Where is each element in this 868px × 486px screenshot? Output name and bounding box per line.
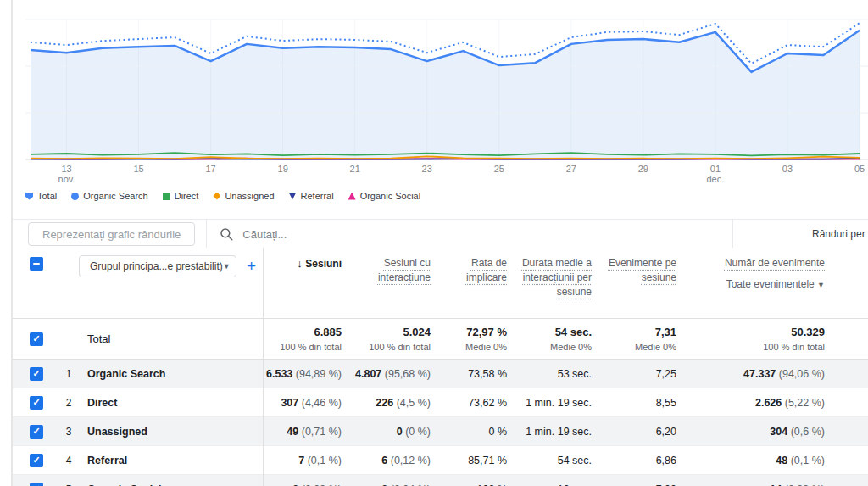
row-checkbox[interactable]: ✓ <box>30 367 43 381</box>
legend-square-icon <box>163 193 170 200</box>
traffic-chart-svg: 13nov.151719212325272901dec.0305 <box>0 0 868 185</box>
legend-item: Direct <box>163 191 199 201</box>
legend-triangle-down-icon <box>289 193 297 200</box>
metric-cell: 1 min. 19 sec. <box>509 397 593 409</box>
channel-name: Direct <box>87 397 263 409</box>
dimension-dropdown-label: Grupul principa...e prestabilit) <box>90 260 223 272</box>
channel-name: Organic Social <box>87 483 263 486</box>
dimension-dropdown[interactable]: Grupul principa...e prestabilit) ▼ <box>79 255 236 277</box>
metric-cell: 307 (4,46 %) <box>263 397 343 409</box>
channels-table: Grupul principa...e prestabilit) ▼ + ↓ S… <box>13 248 868 486</box>
svg-text:19: 19 <box>278 164 288 174</box>
metric-cell: 2 (0,03 %) <box>263 483 343 486</box>
add-dimension-button[interactable]: + <box>247 256 256 277</box>
svg-text:17: 17 <box>205 164 215 174</box>
column-divider <box>263 248 264 486</box>
total-cell: 6.885100 % din total <box>263 326 343 352</box>
column-header-label: Număr de evenimente <box>725 257 825 269</box>
column-header-4[interactable]: Evenimente pe sesiune <box>593 256 678 299</box>
legend-triangle-up-icon <box>348 193 356 200</box>
legend-item: Total <box>25 191 57 201</box>
row-number: 1 <box>50 368 87 380</box>
column-header-1[interactable]: Sesiuni cu interacțiune <box>343 256 432 299</box>
chart-legend: TotalOrganic SearchDirectUnassignedRefer… <box>25 189 420 203</box>
metric-cell: 7,00 <box>593 483 678 486</box>
metric-cell: 48 (0,1 %) <box>678 455 826 466</box>
legend-label: Total <box>37 191 57 201</box>
select-all-checkbox[interactable] <box>30 257 43 271</box>
metric-cell: 6 (0,12 %) <box>343 455 432 466</box>
row-number: 4 <box>50 455 87 466</box>
legend-item: Organic Social <box>348 191 421 201</box>
legend-pentagon-icon <box>25 193 33 200</box>
column-header-0[interactable]: ↓ Sesiuni <box>263 256 343 299</box>
table-header: Grupul principa...e prestabilit) ▼ + ↓ S… <box>13 248 868 319</box>
total-row-cells: 6.885100 % din total5.024100 % din total… <box>263 326 826 352</box>
total-label: Total <box>87 332 263 345</box>
svg-text:21: 21 <box>350 164 360 174</box>
metric-cell: 73,58 % <box>432 368 509 380</box>
column-header-5[interactable]: Număr de evenimenteToate evenimentele ▼ <box>678 256 826 299</box>
metric-cell: 8,55 <box>593 397 678 409</box>
metric-cell: 14 (0,03 %) <box>678 483 826 486</box>
svg-text:27: 27 <box>566 164 576 174</box>
metric-cell: 10 sec. <box>509 483 593 486</box>
column-header-label: Sesiuni cu interacțiune <box>378 257 431 283</box>
svg-text:25: 25 <box>494 164 504 174</box>
toolbar-divider <box>732 220 733 249</box>
column-header-label: Sesiuni <box>305 258 342 270</box>
metric-cell: 6,86 <box>593 455 678 466</box>
svg-text:05: 05 <box>854 164 865 174</box>
channel-name: Referral <box>87 455 263 466</box>
total-cell: 7,31Medie 0% <box>593 326 678 352</box>
total-cell: 5.024100 % din total <box>343 326 432 352</box>
total-cell: 72,97 %Medie 0% <box>432 326 509 352</box>
table-toolbar: Reprezentați grafic rândurile Căutați...… <box>13 219 868 249</box>
table-row: ✓3Unassigned49 (0,71 %)0 (0 %)0 %1 min. … <box>13 417 868 446</box>
metric-cell: 73,62 % <box>432 397 509 409</box>
metric-cell: 2 (0,04 %) <box>343 483 432 486</box>
svg-text:29: 29 <box>638 164 648 174</box>
search-input[interactable]: Căutați... <box>219 226 287 242</box>
legend-label: Referral <box>301 191 334 201</box>
total-row-checkbox[interactable]: ✓ <box>30 332 43 346</box>
row-checkbox[interactable]: ✓ <box>30 483 43 486</box>
table-row: ✓4Referral7 (0,1 %)6 (0,12 %)85,71 %54 s… <box>13 446 868 475</box>
svg-text:13: 13 <box>61 164 71 174</box>
metric-cell: 6.533 (94,89 %) <box>263 368 343 380</box>
column-header-3[interactable]: Durata medie a interacțiunii per sesiune <box>509 256 593 299</box>
metric-cell: 53 sec. <box>509 368 593 380</box>
column-header-label: Evenimente pe sesiune <box>609 257 676 283</box>
chevron-down-icon: ▼ <box>223 262 231 271</box>
legend-label: Unassigned <box>225 191 274 201</box>
metric-cell: 226 (4,5 %) <box>343 397 432 409</box>
table-body: ✓1Organic Search6.533 (94,89 %)4.807 (95… <box>13 360 868 486</box>
rows-per-page-label: Rânduri per p <box>812 220 868 249</box>
legend-circle-icon <box>71 193 79 200</box>
total-cell: 50.329100 % din total <box>678 326 826 352</box>
column-header-label: Durata medie a interacțiunii per sesiune <box>522 257 592 298</box>
event-filter-dropdown[interactable]: Toate evenimentele ▼ <box>678 277 825 293</box>
sort-desc-icon: ↓ <box>297 257 305 270</box>
svg-text:nov.: nov. <box>58 174 75 184</box>
metric-cell: 4.807 (95,68 %) <box>343 368 432 380</box>
row-checkbox[interactable]: ✓ <box>30 396 43 410</box>
channel-name: Unassigned <box>87 426 263 438</box>
total-row: ✓ Total 6.885100 % din total5.024100 % d… <box>13 319 868 360</box>
metric-cell: 47.337 (94,06 %) <box>678 368 826 380</box>
search-placeholder: Căutați... <box>242 228 287 241</box>
svg-text:23: 23 <box>422 164 432 174</box>
traffic-chart: 13nov.151719212325272901dec.0305 <box>0 0 868 185</box>
column-header-2[interactable]: Rata de implicare <box>432 256 509 299</box>
metric-cell: 6,20 <box>593 426 678 438</box>
toolbar-divider <box>206 220 207 249</box>
metric-cell: 49 (0,71 %) <box>263 426 343 438</box>
legend-diamond-icon <box>213 193 220 200</box>
column-header-label: Rata de implicare <box>466 257 507 283</box>
plot-rows-button[interactable]: Reprezentați grafic rândurile <box>28 222 195 246</box>
metric-cell: 100 % <box>432 483 509 486</box>
metric-headers: ↓ SesiuniSesiuni cu interacțiuneRata de … <box>263 256 826 299</box>
row-checkbox[interactable]: ✓ <box>30 425 43 439</box>
row-checkbox[interactable]: ✓ <box>30 454 43 467</box>
row-number: 5 <box>50 483 87 486</box>
